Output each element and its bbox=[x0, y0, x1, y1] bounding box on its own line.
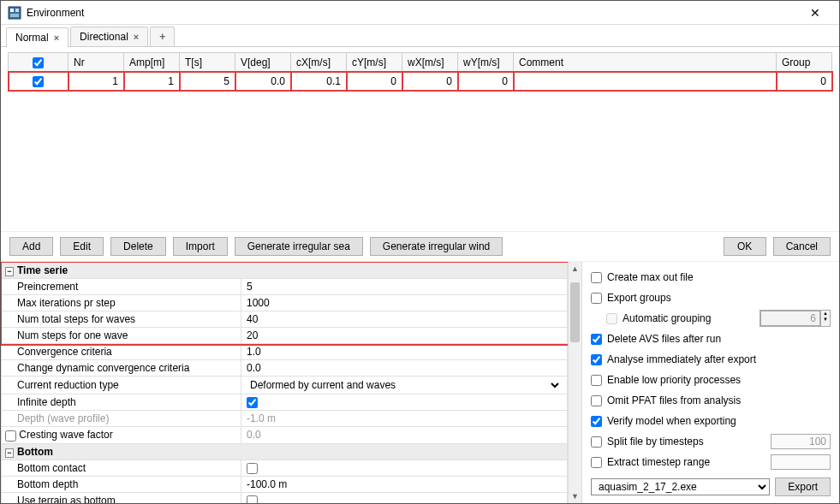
cell-wy[interactable]: 0 bbox=[458, 72, 514, 91]
prop-label: Infinite depth bbox=[2, 394, 241, 411]
auto-group-spinner: ▲▼ bbox=[760, 310, 831, 327]
tab-add[interactable]: + bbox=[150, 27, 175, 46]
close-icon[interactable]: ✕ bbox=[798, 6, 832, 20]
prop-value-preincrement[interactable]: 5 bbox=[241, 279, 568, 295]
cell-v[interactable]: 0.0 bbox=[235, 72, 291, 91]
prop-value-curred[interactable]: Deformed by current and waves bbox=[241, 377, 568, 394]
col-wx[interactable]: wX[m/s] bbox=[402, 53, 458, 72]
low-priority-label: Enable low priority processes bbox=[607, 374, 831, 386]
col-cy[interactable]: cY[m/s] bbox=[347, 53, 402, 72]
cell-wx[interactable]: 0 bbox=[402, 72, 458, 91]
col-t[interactable]: T[s] bbox=[180, 53, 235, 72]
col-nr[interactable]: Nr bbox=[69, 53, 124, 72]
create-max-checkbox[interactable] bbox=[591, 272, 602, 283]
current-reduction-select[interactable]: Deformed by current and waves bbox=[247, 378, 562, 392]
prop-label: Bottom contact bbox=[2, 460, 241, 476]
header-checkbox[interactable] bbox=[33, 57, 44, 68]
export-button[interactable]: Export bbox=[775, 477, 831, 496]
omit-pfat-checkbox[interactable] bbox=[591, 395, 602, 406]
prop-label: Depth (wave profile) bbox=[2, 411, 241, 427]
collapse-icon[interactable]: − bbox=[5, 267, 14, 276]
delete-button[interactable]: Delete bbox=[110, 237, 166, 256]
table-row[interactable]: 1 1 5 0.0 0.1 0 0 0 0 bbox=[9, 72, 832, 91]
prop-value-bottomdepth[interactable]: -100.0 m bbox=[241, 476, 568, 492]
prop-label: Bottom depth bbox=[2, 476, 241, 492]
prop-label: Convergence criteria bbox=[2, 344, 241, 360]
cell-group[interactable]: 0 bbox=[777, 72, 832, 91]
delete-avs-label: Delete AVS files after run bbox=[607, 333, 831, 345]
edit-button[interactable]: Edit bbox=[60, 237, 104, 256]
tab-close-icon[interactable]: × bbox=[54, 33, 59, 43]
infinite-depth-checkbox[interactable] bbox=[247, 397, 258, 408]
verify-model-checkbox[interactable] bbox=[591, 416, 602, 427]
cell-cx[interactable]: 0.1 bbox=[291, 72, 347, 91]
svg-rect-2 bbox=[15, 9, 19, 12]
prop-value-numtotal[interactable]: 40 bbox=[241, 311, 568, 328]
section-timeserie: Time serie bbox=[17, 264, 68, 276]
auto-group-label: Automatic grouping bbox=[623, 312, 754, 324]
tab-label: Directional bbox=[80, 31, 128, 43]
cell-comment[interactable] bbox=[514, 72, 777, 91]
prop-label: Num steps for one wave bbox=[2, 328, 241, 344]
add-button[interactable]: Add bbox=[9, 237, 53, 256]
analyse-immediately-label: Analyse immediately after export bbox=[607, 353, 831, 365]
col-group[interactable]: Group bbox=[777, 53, 832, 72]
cell-amp[interactable]: 1 bbox=[124, 72, 180, 91]
import-button[interactable]: Import bbox=[173, 237, 228, 256]
tab-directional[interactable]: Directional × bbox=[70, 27, 148, 46]
collapse-icon[interactable]: − bbox=[5, 448, 14, 458]
auto-group-input bbox=[760, 311, 820, 326]
col-comment[interactable]: Comment bbox=[514, 53, 777, 72]
ok-button[interactable]: OK bbox=[724, 237, 766, 256]
prop-label: Change dynamic convergence criteria bbox=[2, 360, 241, 377]
omit-pfat-label: Omit PFAT files from analysis bbox=[607, 394, 831, 406]
scrollbar[interactable]: ▲ ▼ bbox=[568, 262, 581, 503]
prop-label: Current reduction type bbox=[2, 377, 241, 394]
bottom-contact-checkbox[interactable] bbox=[247, 463, 258, 474]
scroll-down-icon[interactable]: ▼ bbox=[569, 489, 581, 503]
spinner-down-icon: ▼ bbox=[821, 317, 830, 323]
scroll-thumb[interactable] bbox=[570, 282, 580, 342]
svg-rect-3 bbox=[10, 14, 19, 17]
prop-label: Num total steps for waves bbox=[2, 311, 241, 328]
extract-range-input bbox=[771, 454, 831, 470]
terrain-checkbox[interactable] bbox=[247, 495, 258, 503]
analyse-immediately-checkbox[interactable] bbox=[591, 354, 602, 365]
col-amp[interactable]: Amp[m] bbox=[124, 53, 180, 72]
extract-range-checkbox[interactable] bbox=[591, 457, 602, 468]
tab-label: Normal bbox=[15, 32, 49, 44]
generate-wind-button[interactable]: Generate irregular wind bbox=[370, 237, 503, 256]
prop-value-cresting: 0.0 bbox=[241, 427, 568, 443]
generate-sea-button[interactable]: Generate irregular sea bbox=[235, 237, 363, 256]
low-priority-checkbox[interactable] bbox=[591, 375, 602, 386]
export-groups-label: Export groups bbox=[607, 292, 831, 304]
auto-group-checkbox bbox=[606, 313, 617, 324]
prop-value-maxiter[interactable]: 1000 bbox=[241, 295, 568, 311]
cell-cy[interactable]: 0 bbox=[347, 72, 402, 91]
prop-value-numone[interactable]: 20 bbox=[241, 328, 568, 344]
prop-value-depthprofile: -1.0 m bbox=[241, 411, 568, 427]
scroll-up-icon[interactable]: ▲ bbox=[569, 262, 581, 276]
tab-close-icon[interactable]: × bbox=[134, 32, 139, 42]
environment-grid: Nr Amp[m] T[s] V[deg] cX[m/s] cY[m/s] wX… bbox=[8, 52, 832, 91]
prop-value-conv[interactable]: 1.0 bbox=[241, 344, 568, 360]
cancel-button[interactable]: Cancel bbox=[773, 237, 831, 256]
tab-strip: Normal × Directional × + bbox=[1, 25, 839, 47]
prop-label: Max iterations pr step bbox=[2, 295, 241, 311]
tab-normal[interactable]: Normal × bbox=[6, 27, 69, 47]
cell-nr[interactable]: 1 bbox=[69, 72, 124, 91]
spinner-up-icon: ▲ bbox=[821, 311, 830, 317]
col-wy[interactable]: wY[m/s] bbox=[458, 53, 514, 72]
split-timesteps-input bbox=[771, 434, 831, 449]
exe-select[interactable]: aquasim_2_17_2.exe bbox=[591, 478, 770, 495]
prop-value-changeconv[interactable]: 0.0 bbox=[241, 360, 568, 377]
row-checkbox[interactable] bbox=[33, 76, 44, 87]
split-timesteps-checkbox[interactable] bbox=[591, 436, 602, 448]
delete-avs-checkbox[interactable] bbox=[591, 334, 602, 345]
cell-t[interactable]: 5 bbox=[180, 72, 235, 91]
col-cx[interactable]: cX[m/s] bbox=[291, 53, 347, 72]
cresting-checkbox[interactable] bbox=[5, 430, 16, 442]
export-groups-checkbox[interactable] bbox=[591, 293, 602, 304]
col-v[interactable]: V[deg] bbox=[235, 53, 291, 72]
window-title: Environment bbox=[27, 7, 798, 19]
